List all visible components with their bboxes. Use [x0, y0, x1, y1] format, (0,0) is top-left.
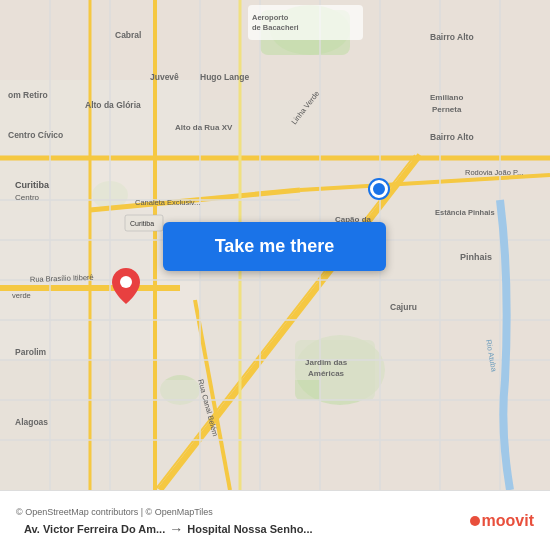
svg-text:Emiliano: Emiliano: [430, 93, 463, 102]
svg-text:verde: verde: [12, 291, 31, 300]
svg-text:Alto da Glória: Alto da Glória: [85, 100, 141, 110]
svg-text:Alto da Rua XV: Alto da Rua XV: [175, 123, 233, 132]
svg-text:Parolim: Parolim: [15, 347, 47, 357]
route-to: Hospital Nossa Senho...: [187, 523, 312, 535]
svg-text:Aeroporto: Aeroporto: [252, 13, 289, 22]
svg-text:Pinhais: Pinhais: [460, 252, 492, 262]
destination-marker: [370, 180, 388, 198]
svg-text:Bairro Alto: Bairro Alto: [430, 32, 474, 42]
svg-text:Centro: Centro: [15, 193, 40, 202]
svg-text:Rodovia João P...: Rodovia João P...: [465, 168, 523, 177]
moovit-logo: moovit: [470, 512, 542, 530]
svg-text:Juvevê: Juvevê: [150, 72, 179, 82]
origin-marker: [112, 268, 140, 308]
svg-text:Hugo Lange: Hugo Lange: [200, 72, 249, 82]
svg-rect-9: [90, 80, 200, 160]
svg-text:Centro Cívico: Centro Cívico: [8, 130, 63, 140]
svg-text:Curitiba: Curitiba: [15, 180, 50, 190]
svg-text:de Bacacheri: de Bacacheri: [252, 23, 299, 32]
svg-rect-19: [100, 380, 200, 490]
route-arrow: →: [165, 521, 187, 537]
footer: © OpenStreetMap contributors | © OpenMap…: [0, 490, 550, 550]
svg-text:Jardim das: Jardim das: [305, 358, 348, 367]
svg-text:om Retiro: om Retiro: [8, 90, 48, 100]
map-container: Rua Brasílio Itiberê Linha Verde Canalet…: [0, 0, 550, 490]
svg-text:Cajuru: Cajuru: [390, 302, 417, 312]
svg-rect-17: [320, 300, 420, 400]
svg-text:Alagoas: Alagoas: [15, 417, 48, 427]
attribution-text: © OpenStreetMap contributors | © OpenMap…: [8, 505, 470, 519]
svg-text:Perneta: Perneta: [432, 105, 462, 114]
svg-point-80: [120, 276, 132, 288]
svg-text:Canaleta Exclusiv...: Canaleta Exclusiv...: [135, 198, 200, 207]
svg-text:Américas: Américas: [308, 369, 345, 378]
take-me-there-button[interactable]: Take me there: [163, 222, 386, 271]
svg-text:Estância Pinhais: Estância Pinhais: [435, 208, 495, 217]
svg-text:Cabral: Cabral: [115, 30, 141, 40]
svg-text:Curitiba: Curitiba: [130, 220, 154, 227]
route-from: Av. Victor Ferreira Do Am...: [16, 523, 165, 535]
svg-text:Bairro Alto: Bairro Alto: [430, 132, 474, 142]
